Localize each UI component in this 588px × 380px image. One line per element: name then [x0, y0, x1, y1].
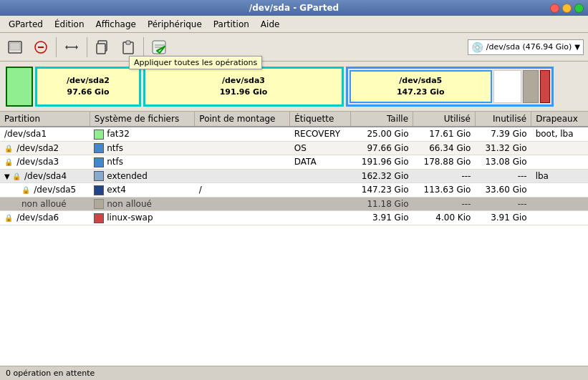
partition-visual: /dev/sda297.66 Gio /dev/sda3191.96 Gio /… [0, 62, 588, 112]
col-unused[interactable]: Inutilisé [475, 112, 531, 127]
cell-mountpoint [195, 155, 290, 170]
cell-mountpoint: / [195, 183, 290, 198]
col-filesystem[interactable]: Système de fichiers [90, 112, 195, 127]
table-row[interactable]: /dev/sda1fat32RECOVERY25.00 Gio17.61 Gio… [0, 127, 588, 141]
menubar: GParted Édition Affichage Périphérique P… [0, 16, 588, 33]
cell-filesystem: ntfs [90, 141, 195, 155]
cell-label [290, 183, 351, 198]
cell-used: --- [413, 197, 476, 211]
new-partition-button[interactable] [3, 35, 27, 59]
cell-unused: 31.32 Gio [475, 141, 531, 155]
partition-visual-sda2-label: /dev/sda297.66 Gio [67, 75, 110, 97]
menu-aide[interactable]: Aide [255, 18, 286, 31]
apply-tooltip: Appliquer toutes les opérations [129, 56, 262, 69]
cell-size: 97.66 Gio [351, 141, 413, 155]
col-mountpoint[interactable]: Point de montage [195, 112, 290, 127]
device-selector[interactable]: 💿 /dev/sda (476.94 Gio) ▼ [468, 39, 584, 55]
cell-partition: /dev/sda1 [0, 127, 90, 141]
col-used[interactable]: Utilisé [413, 112, 476, 127]
title: /dev/sda - GParted [249, 3, 339, 13]
delete-partition-button[interactable] [29, 35, 53, 59]
cell-flags: lba [531, 169, 588, 183]
partition-visual-sda5-white [493, 70, 522, 103]
svg-rect-10 [126, 41, 130, 44]
table-row[interactable]: 🔒 /dev/sda2ntfsOS97.66 Gio66.34 Gio31.32… [0, 141, 588, 155]
cell-partition: 🔒 /dev/sda6 [0, 211, 90, 225]
cell-unused: 7.39 Gio [475, 127, 531, 141]
partition-visual-sda5-label: /dev/sda5147.23 Gio [397, 75, 445, 97]
cell-flags [531, 183, 588, 198]
main-content: Partition Système de fichiers Point de m… [0, 112, 588, 366]
table-row[interactable]: non allouénon alloué11.18 Gio------ [0, 197, 588, 211]
cell-label [290, 211, 351, 225]
cell-label: RECOVERY [290, 127, 351, 141]
resize-move-button[interactable] [59, 35, 84, 59]
cell-label [290, 169, 351, 183]
table-row[interactable]: 🔒 /dev/sda3ntfsDATA191.96 Gio178.88 Gio1… [0, 155, 588, 170]
cell-partition: 🔒 /dev/sda2 [0, 141, 90, 155]
col-partition[interactable]: Partition [0, 112, 90, 127]
cell-mountpoint [195, 127, 290, 141]
table-header-row: Partition Système de fichiers Point de m… [0, 112, 588, 127]
minimize-button[interactable] [562, 4, 572, 13]
col-size[interactable]: Taille [351, 112, 413, 127]
menu-peripherique[interactable]: Périphérique [142, 18, 208, 31]
cell-flags: boot, lba [531, 127, 588, 141]
cell-filesystem: ext4 [90, 183, 195, 198]
cell-size: 11.18 Gio [351, 197, 413, 211]
copy-partition-button[interactable] [90, 35, 115, 59]
cell-label: OS [290, 141, 351, 155]
cell-used: 4.00 Kio [413, 211, 476, 225]
menu-gparted[interactable]: GParted [3, 18, 49, 31]
table-row[interactable]: 🔒 /dev/sda5ext4/147.23 Gio113.63 Gio33.6… [0, 183, 588, 198]
partition-visual-sda5[interactable]: /dev/sda5147.23 Gio [350, 70, 492, 103]
cell-unused: 3.91 Gio [475, 211, 531, 225]
partition-visual-sda1[interactable] [6, 67, 33, 107]
separator-3 [143, 37, 144, 57]
svg-marker-5 [76, 45, 78, 49]
chevron-down-icon: ▼ [574, 43, 580, 51]
partition-visual-sda2[interactable]: /dev/sda297.66 Gio [35, 67, 141, 107]
cell-unused: --- [475, 197, 531, 211]
table-area: Partition Système de fichiers Point de m… [0, 112, 588, 366]
cell-flags [531, 155, 588, 170]
col-label[interactable]: Étiquette [290, 112, 351, 127]
table-row[interactable]: ▼ 🔒 /dev/sda4extended162.32 Gio------lba [0, 169, 588, 183]
cell-used: --- [413, 169, 476, 183]
partition-visual-sda6 [540, 70, 550, 103]
cell-mountpoint [195, 197, 290, 211]
toolbar: Appliquer toutes les opérations 💿 /dev/s… [0, 33, 588, 62]
cell-label: DATA [290, 155, 351, 170]
cell-partition: non alloué [0, 197, 90, 211]
partition-visual-sda4: /dev/sda5147.23 Gio [346, 67, 554, 107]
cell-used: 66.34 Gio [413, 141, 476, 155]
svg-rect-8 [97, 44, 105, 54]
maximize-button[interactable] [574, 4, 584, 13]
cell-filesystem: ntfs [90, 155, 195, 170]
status-text: 0 opération en attente [6, 369, 95, 378]
cell-size: 191.96 Gio [351, 155, 413, 170]
cell-unused: --- [475, 169, 531, 183]
cell-filesystem: linux-swap [90, 211, 195, 225]
cell-used: 178.88 Gio [413, 155, 476, 170]
cell-partition: 🔒 /dev/sda3 [0, 155, 90, 170]
col-flags[interactable]: Drapeaux [531, 112, 588, 127]
svg-rect-1 [10, 43, 20, 50]
cell-mountpoint [195, 141, 290, 155]
cell-unused: 13.08 Gio [475, 155, 531, 170]
menu-affichage[interactable]: Affichage [90, 18, 142, 31]
close-button[interactable] [550, 4, 559, 13]
cell-partition: ▼ 🔒 /dev/sda4 [0, 169, 90, 183]
cell-used: 17.61 Gio [413, 127, 476, 141]
menu-edition[interactable]: Édition [49, 18, 90, 31]
partition-visual-sda3[interactable]: /dev/sda3191.96 Gio [143, 67, 344, 107]
cell-label [290, 197, 351, 211]
table-body: /dev/sda1fat32RECOVERY25.00 Gio17.61 Gio… [0, 127, 588, 225]
cell-mountpoint [195, 211, 290, 225]
cell-mountpoint [195, 169, 290, 183]
menu-partition[interactable]: Partition [208, 18, 255, 31]
cell-size: 25.00 Gio [351, 127, 413, 141]
separator-1 [56, 37, 57, 57]
svg-marker-6 [65, 45, 67, 49]
table-row[interactable]: 🔒 /dev/sda6linux-swap3.91 Gio4.00 Kio3.9… [0, 211, 588, 225]
